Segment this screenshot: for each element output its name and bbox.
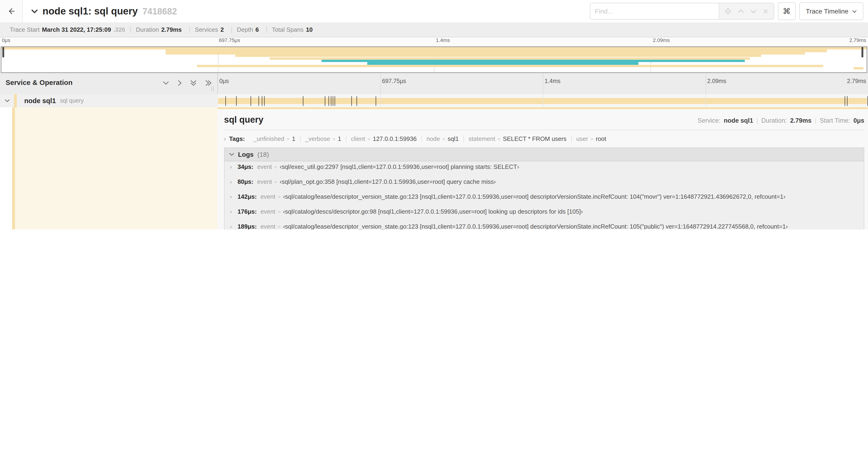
- log-marker: [258, 96, 259, 106]
- span-duration-bar[interactable]: [218, 98, 867, 104]
- minimap-span: [321, 60, 745, 62]
- service-name: node sql1: [24, 97, 56, 104]
- minimap-canvas[interactable]: [1, 47, 867, 73]
- chevron-down-icon: [229, 152, 234, 157]
- log-message: ‹sql/catalog/lease/descriptor_version_st…: [283, 223, 788, 230]
- tag-item: _unfinished = 1: [248, 135, 300, 142]
- log-field-key: event: [257, 178, 272, 185]
- tag-key: user: [576, 135, 588, 142]
- summary-item: Total Spans 10: [267, 26, 320, 33]
- summary-value: 6: [255, 26, 259, 33]
- minimap-span: [367, 62, 638, 65]
- find-suffix: [718, 3, 774, 19]
- collapse-one-icon[interactable]: [162, 79, 169, 87]
- gridline: [380, 94, 380, 107]
- equals-sign: =: [442, 136, 445, 142]
- log-marker: [225, 96, 226, 106]
- chevron-down-icon[interactable]: [0, 98, 14, 104]
- chevron-right-icon: ›: [230, 194, 238, 200]
- tag-value: 1: [338, 135, 341, 142]
- log-marker: [845, 96, 845, 106]
- chevron-up-icon[interactable]: [738, 9, 744, 13]
- focus-target-icon[interactable]: [724, 8, 731, 14]
- log-timestamp: 80μs:: [238, 178, 253, 185]
- timeline-column-header: Service & Operation || 0μs697.75μs1.4ms2…: [0, 73, 868, 95]
- tag-value: SELECT * FROM users: [503, 135, 566, 142]
- divider: |: [756, 117, 758, 124]
- log-row[interactable]: › 34μs: event = ‹sql/exec_util.go:2297 […: [224, 163, 864, 178]
- equals-sign: =: [274, 179, 277, 185]
- tags-label: Tags:: [229, 135, 245, 142]
- detail-accent-bar: [217, 107, 868, 109]
- log-marker: [375, 96, 376, 106]
- gridline: [705, 73, 706, 94]
- chevron-down-icon[interactable]: [750, 9, 756, 13]
- log-timestamp: 189μs:: [238, 223, 257, 230]
- gridline: [705, 94, 706, 107]
- ruler-tick-label: 0μs: [2, 37, 10, 43]
- log-row[interactable]: › 142μs: event = ‹sql/catalog/lease/desc…: [224, 193, 864, 208]
- gridline: [380, 73, 380, 94]
- collapse-controls: [162, 79, 212, 87]
- log-message: ‹sql/plan_opt.go:358 [nsql1,client=127.0…: [280, 178, 496, 185]
- span-row: node sql1 sql query: [0, 94, 868, 107]
- find-input[interactable]: [590, 3, 718, 19]
- column-resizer-grip[interactable]: ||: [211, 85, 214, 91]
- log-marker: [251, 96, 251, 106]
- service-color-strip: [12, 107, 15, 230]
- log-marker: [333, 96, 333, 106]
- tag-item: _verbose = 1: [301, 135, 346, 142]
- span-row-name-cell[interactable]: node sql1 sql query: [0, 94, 217, 107]
- chevron-down-icon[interactable]: [31, 7, 38, 15]
- tags-row[interactable]: › Tags: _unfinished = 1 _verbose = 1 cli…: [224, 135, 864, 142]
- minimap-span: [270, 57, 750, 60]
- view-options-label: Trace Timeline: [806, 7, 848, 15]
- detail-left-gutter: [0, 107, 12, 230]
- trace-timeline-page: node sql1: sql query 7418682 ⌘ Trace Tim…: [0, 0, 868, 230]
- duration-value: 2.79ms: [790, 117, 811, 124]
- log-marker: [331, 96, 331, 106]
- service-value: node sql1: [724, 117, 753, 124]
- logs-header[interactable]: Logs (18): [224, 148, 864, 161]
- header-actions: ⌘ Trace Timeline: [590, 2, 863, 20]
- log-marker: [262, 96, 262, 106]
- minimap-span: [1, 47, 867, 50]
- arrow-left-icon: [7, 7, 16, 15]
- span-meta: Service: node sql1 | Duration: 2.79ms | …: [698, 117, 864, 124]
- span-detail-panel: sql query Service: node sql1 | Duration:…: [217, 107, 868, 230]
- tag-item: statement = SELECT * FROM users: [464, 135, 572, 142]
- log-row[interactable]: › 80μs: event = ‹sql/plan_opt.go:358 [ns…: [224, 178, 864, 193]
- chevron-right-icon: ›: [224, 136, 226, 142]
- log-marker: [351, 96, 352, 106]
- minimap-span: [197, 65, 824, 67]
- tag-value: 127.0.0.1:59936: [373, 135, 417, 142]
- ruler-tick-label: 1.4ms: [545, 78, 560, 85]
- log-marker: [357, 96, 357, 106]
- log-row[interactable]: › 176μs: event = ‹sql/catalog/descs/desc…: [224, 208, 864, 223]
- summary-label: Depth: [237, 26, 253, 33]
- close-icon[interactable]: [763, 9, 768, 14]
- tag-key: client: [351, 135, 365, 142]
- log-message: ‹sql/catalog/descs/descriptor.go:98 [nsq…: [283, 208, 583, 215]
- equals-sign: =: [333, 136, 336, 142]
- equals-sign: =: [278, 209, 281, 215]
- divider: |: [815, 117, 816, 124]
- equals-sign: =: [286, 136, 289, 142]
- service-color-strip: [14, 94, 17, 107]
- expand-one-icon[interactable]: [177, 79, 183, 87]
- ruler-tick-label: 697.75μs: [219, 37, 240, 43]
- back-button[interactable]: [0, 0, 23, 22]
- keyboard-shortcuts-button[interactable]: ⌘: [778, 2, 796, 20]
- view-options-button[interactable]: Trace Timeline: [799, 2, 863, 20]
- log-row[interactable]: › 189μs: event = ‹sql/catalog/lease/desc…: [224, 223, 864, 230]
- scrubber-left-handle[interactable]: [2, 47, 4, 57]
- trace-summary-bar: Trace Start March 31 2022, 17:25:09 .326…: [0, 22, 868, 37]
- log-rows: › 34μs: event = ‹sql/exec_util.go:2297 […: [224, 161, 864, 230]
- equals-sign: =: [278, 194, 281, 200]
- collapse-all-icon[interactable]: [190, 79, 197, 87]
- summary-item: Trace Start March 31 2022, 17:25:09 .326: [5, 26, 131, 33]
- ruler-tick-label: 2.09ms: [653, 37, 670, 43]
- scrubber-right-handle[interactable]: [861, 47, 863, 57]
- page-title: node sql1: sql query: [42, 6, 138, 17]
- equals-sign: =: [274, 164, 277, 170]
